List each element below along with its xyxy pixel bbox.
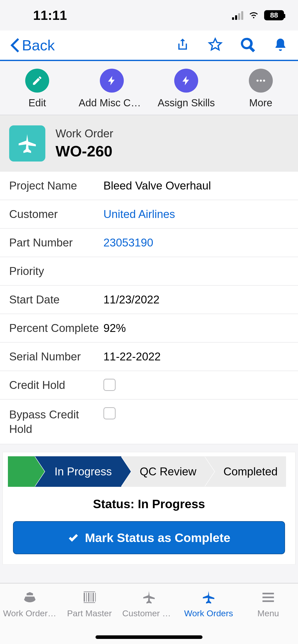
stage-qc-review[interactable]: QC Review <box>121 456 205 487</box>
status-current-label: Status: In Progress <box>3 497 295 511</box>
favorite-button[interactable] <box>208 37 223 53</box>
nav-bar: Back <box>0 31 298 61</box>
back-label: Back <box>22 37 55 54</box>
home-indicator <box>96 635 202 639</box>
search-icon <box>240 37 255 52</box>
value-percent-complete: 92% <box>103 322 126 334</box>
svg-point-0 <box>242 39 251 48</box>
row-project-name: Project Name Bleed Valve Overhaul <box>0 172 298 200</box>
action-add-misc-charge[interactable]: Add Misc Charg… <box>75 69 149 109</box>
svg-point-1 <box>256 80 259 82</box>
tab-menu[interactable]: Menu <box>238 590 298 618</box>
checkbox-bypass-credit-hold[interactable] <box>103 407 116 419</box>
action-assign-skills[interactable]: Assign Skills <box>149 69 224 109</box>
status-section: In Progress QC Review Completed Status: … <box>3 452 295 565</box>
mark-complete-button[interactable]: Mark Status as Complete <box>13 521 285 554</box>
search-button[interactable] <box>240 37 255 53</box>
stage-in-progress-label: In Progress <box>44 465 112 478</box>
label-percent-complete: Percent Complete <box>9 322 103 334</box>
svg-point-3 <box>263 80 265 82</box>
tab-label-part-master: Part Master <box>67 608 112 618</box>
row-percent-complete: Percent Complete 92% <box>0 314 298 343</box>
notifications-button[interactable] <box>273 37 288 53</box>
row-start-date: Start Date 11/23/2022 <box>0 286 298 314</box>
tab-part-master[interactable]: Part Master <box>60 590 119 618</box>
lightning-icon <box>100 69 124 93</box>
lightning-icon <box>174 69 198 93</box>
label-part-number: Part Number <box>9 236 103 249</box>
row-credit-hold: Credit Hold <box>0 371 298 400</box>
svg-point-2 <box>260 80 262 82</box>
airplane-icon <box>200 590 218 605</box>
status-right: 88 <box>232 8 284 23</box>
value-serial-number: 11-22-2022 <box>103 350 161 363</box>
ship-icon <box>21 590 39 605</box>
row-serial-number: Serial Number 11-22-2022 <box>0 343 298 371</box>
mark-complete-label: Mark Status as Complete <box>85 531 231 545</box>
tab-work-orders[interactable]: Work Orders <box>179 590 238 618</box>
barcode-icon <box>80 590 98 605</box>
wifi-icon <box>248 8 260 23</box>
row-customer: Customer United Airlines <box>0 200 298 229</box>
tab-label-work-order-tools: Work Order To… <box>3 608 57 618</box>
row-priority: Priority <box>0 257 298 286</box>
label-project-name: Project Name <box>9 179 103 192</box>
tab-label-customer-quotes: Customer Quot… <box>122 608 176 618</box>
action-more[interactable]: More <box>224 69 298 109</box>
row-bypass-credit-hold: Bypass Credit Hold <box>0 400 298 444</box>
action-edit[interactable]: Edit <box>0 69 75 109</box>
battery-percent: 88 <box>270 11 278 19</box>
work-order-header: Work Order WO-260 <box>0 115 298 172</box>
action-add-misc-label: Add Misc Charg… <box>79 97 145 109</box>
bell-icon <box>273 37 288 52</box>
value-part-number-link[interactable]: 23053190 <box>103 236 153 249</box>
bottom-tab-bar: Work Order To… Part Master Customer Quot… <box>0 583 298 644</box>
label-bypass-credit-hold: Bypass Credit Hold <box>9 407 103 436</box>
check-icon <box>68 532 79 543</box>
back-button[interactable]: Back <box>10 37 55 54</box>
share-button[interactable] <box>175 37 190 53</box>
status-bar: 11:11 88 <box>0 0 298 31</box>
action-assign-skills-label: Assign Skills <box>158 97 215 109</box>
label-start-date: Start Date <box>9 293 103 306</box>
row-part-number: Part Number 23053190 <box>0 229 298 257</box>
menu-icon <box>259 590 277 605</box>
stage-completed-label: Completed <box>213 465 278 478</box>
stage-prev[interactable] <box>8 456 35 487</box>
details-list: Project Name Bleed Valve Overhaul Custom… <box>0 172 298 444</box>
tab-label-menu: Menu <box>257 608 279 618</box>
checkbox-credit-hold[interactable] <box>103 379 116 391</box>
actions-toolbar: Edit Add Misc Charg… Assign Skills More <box>0 61 298 115</box>
more-icon <box>249 69 273 93</box>
chevron-left-icon <box>10 38 19 52</box>
tab-customer-quotes[interactable]: Customer Quot… <box>119 590 179 618</box>
label-customer: Customer <box>9 208 103 221</box>
cellular-signal-icon <box>232 11 243 20</box>
stage-qc-review-label: QC Review <box>130 465 197 478</box>
battery-icon: 88 <box>264 10 284 20</box>
tab-work-order-tools[interactable]: Work Order To… <box>0 590 60 618</box>
label-credit-hold: Credit Hold <box>9 379 103 391</box>
value-start-date: 11/23/2022 <box>103 293 159 306</box>
pencil-icon <box>25 69 49 93</box>
star-icon <box>208 37 223 52</box>
stage-completed[interactable]: Completed <box>205 456 286 487</box>
work-order-id: WO-260 <box>56 142 113 160</box>
action-more-label: More <box>249 97 272 109</box>
action-edit-label: Edit <box>29 97 46 109</box>
value-customer-link[interactable]: United Airlines <box>103 208 175 221</box>
tab-label-work-orders: Work Orders <box>184 608 233 618</box>
header-type-label: Work Order <box>56 127 113 140</box>
status-time: 11:11 <box>33 8 67 23</box>
airplane-icon <box>9 125 45 162</box>
label-serial-number: Serial Number <box>9 350 103 363</box>
status-chevron-bar: In Progress QC Review Completed <box>3 456 295 487</box>
share-icon <box>175 37 190 52</box>
label-priority: Priority <box>9 265 103 277</box>
value-project-name: Bleed Valve Overhaul <box>103 179 211 192</box>
stage-in-progress[interactable]: In Progress <box>35 456 121 487</box>
airplane-icon <box>140 590 158 605</box>
